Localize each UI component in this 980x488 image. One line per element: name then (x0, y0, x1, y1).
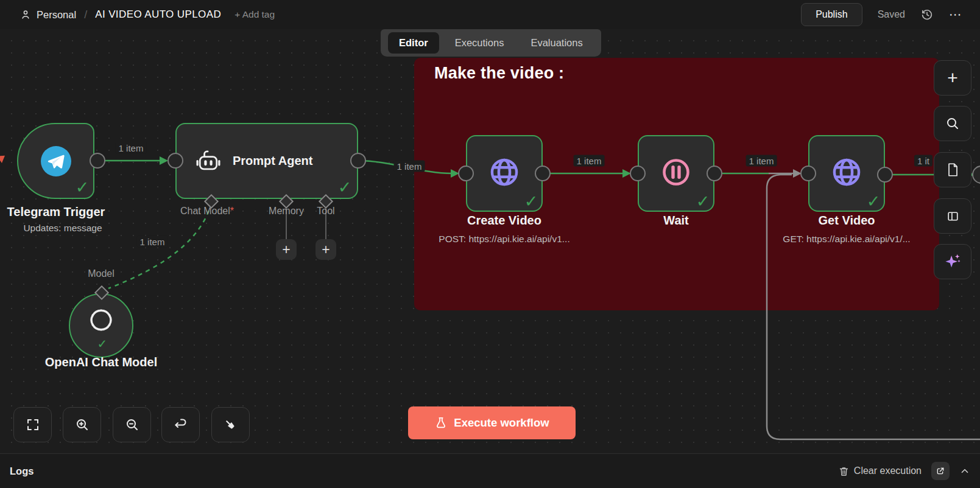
edge-label: 1 item (137, 236, 168, 248)
telegram-icon (41, 146, 71, 176)
node-subtitle-get-video: GET: https://api.kie.ai/api/v1/... (783, 234, 910, 245)
node-prompt-agent[interactable]: Prompt Agent ✓ (175, 123, 358, 199)
edge-label: 1 it (914, 155, 932, 167)
node-telegram-trigger[interactable]: ✓ (17, 123, 94, 199)
collapse-logs-icon[interactable] (959, 465, 970, 476)
success-check-icon: ✓ (97, 336, 108, 351)
fit-view-button[interactable] (13, 407, 52, 442)
undo-icon (174, 417, 188, 432)
node-subtitle-create-video: POST: https://api.kie.ai/api/v1... (439, 234, 569, 245)
chat-model-port-label: Chat Model* (180, 206, 234, 217)
zoom-in-button[interactable] (63, 407, 101, 442)
node-title-telegram: Telegram Trigger (7, 205, 105, 219)
zoom-out-button[interactable] (113, 407, 151, 442)
zoom-in-icon (75, 417, 90, 432)
input-port-wait[interactable] (630, 166, 646, 181)
input-port-get-video[interactable] (800, 166, 816, 181)
globe-icon (830, 155, 864, 192)
output-port-get-video[interactable] (877, 167, 893, 183)
add-tag-button[interactable]: + Add tag (234, 9, 275, 20)
split-panel-button[interactable] (934, 198, 971, 234)
success-check-icon: ✓ (696, 192, 710, 211)
tab-evaluations[interactable]: Evaluations (520, 32, 593, 54)
node-get-video[interactable]: ✓ (808, 135, 885, 212)
top-bar: Personal / AI VIDEO AUTO UPLOAD + Add ta… (0, 0, 980, 29)
required-asterisk: * (230, 206, 234, 216)
search-icon (945, 116, 960, 131)
sticky-note-button[interactable] (934, 152, 971, 187)
group-title: Make the video : (434, 64, 564, 83)
workflow-title[interactable]: AI VIDEO AUTO UPLOAD (95, 9, 221, 21)
node-wait[interactable]: ✓ (638, 135, 714, 212)
external-link-icon (936, 466, 945, 476)
output-port-agent[interactable] (350, 153, 366, 169)
n8n-workflow-editor: Make the video : 1 item 1 item 1 item 1 … (0, 0, 980, 488)
broom-icon (223, 417, 238, 433)
output-port-wait[interactable] (707, 166, 722, 181)
execute-workflow-label: Execute workflow (454, 416, 549, 430)
clear-execution-label: Clear execution (854, 465, 922, 476)
edge-label: 1 item (394, 161, 425, 172)
input-port-agent[interactable] (167, 153, 183, 169)
edge-label: 1 item (746, 155, 777, 167)
trash-icon (838, 465, 850, 477)
flask-icon (434, 416, 448, 430)
success-check-icon: ✓ (867, 192, 881, 211)
history-icon[interactable] (920, 8, 934, 21)
breadcrumb-separator: / (84, 9, 87, 21)
node-title-openai: OpenAI Chat Model (45, 355, 157, 369)
open-logs-panel-button[interactable] (931, 462, 950, 480)
success-check-icon: ✓ (338, 178, 352, 197)
edge-label: 1 item (116, 142, 147, 154)
logs-title[interactable]: Logs (10, 465, 33, 477)
more-menu-button[interactable]: ⋯ (949, 7, 962, 22)
output-port-create-video[interactable] (535, 166, 551, 181)
add-memory-button[interactable]: + (276, 239, 297, 260)
sparkle-icon (943, 253, 962, 271)
view-tabs: Editor Executions Evaluations (381, 29, 601, 57)
ai-assistant-button[interactable] (934, 244, 971, 279)
panel-icon (945, 209, 961, 224)
globe-icon (487, 155, 521, 192)
user-icon (20, 9, 31, 20)
plus-icon: + (947, 68, 958, 88)
logs-bar: Logs Clear execution (0, 453, 980, 488)
node-title-wait: Wait (663, 214, 688, 228)
success-check-icon: ✓ (76, 178, 90, 197)
publish-button[interactable]: Publish (801, 3, 862, 26)
search-button[interactable] (934, 106, 971, 141)
file-icon (945, 162, 961, 178)
openai-icon (87, 306, 115, 336)
tab-editor[interactable]: Editor (388, 32, 439, 54)
undo-button[interactable] (161, 407, 200, 442)
zoom-out-icon (125, 417, 139, 432)
pause-icon (660, 156, 692, 190)
node-title-agent: Prompt Agent (233, 154, 312, 168)
fit-view-icon (26, 417, 40, 432)
model-port-label: Model (88, 268, 115, 279)
tidy-up-button[interactable] (211, 407, 250, 442)
node-create-video[interactable]: ✓ (466, 135, 543, 212)
node-openai-chat-model[interactable]: ✓ (69, 293, 133, 358)
execute-workflow-button[interactable]: Execute workflow (408, 406, 576, 439)
project-name: Personal (37, 9, 76, 21)
tab-executions[interactable]: Executions (444, 32, 515, 54)
output-port-telegram[interactable] (90, 153, 105, 169)
breadcrumb-project[interactable]: Personal (20, 9, 76, 21)
node-title-get-video: Get Video (819, 214, 875, 228)
node-title-create-video: Create Video (467, 214, 541, 228)
success-check-icon: ✓ (524, 192, 538, 211)
clear-execution-button[interactable]: Clear execution (838, 465, 922, 477)
add-node-button[interactable]: + (934, 60, 971, 96)
add-tool-button[interactable]: + (316, 239, 336, 260)
input-port-create-video[interactable] (458, 166, 474, 181)
save-status: Saved (878, 9, 905, 20)
node-subtitle-telegram: Updates: message (23, 223, 102, 234)
robot-icon (195, 148, 222, 175)
edge-label: 1 item (574, 155, 605, 167)
